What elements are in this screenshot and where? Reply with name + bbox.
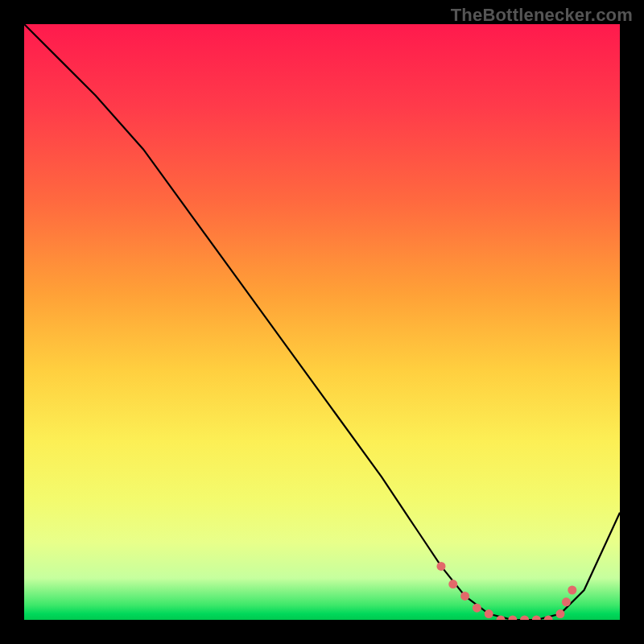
marker-dot [448, 580, 457, 588]
marker-dot [556, 609, 565, 618]
chart-frame: TheBottlenecker.com [0, 0, 644, 644]
plot-area [24, 24, 620, 620]
marker-dot [485, 609, 493, 618]
watermark-text: TheBottlenecker.com [451, 5, 633, 26]
marker-dots [437, 562, 577, 620]
bottleneck-curve [24, 24, 620, 620]
marker-dot [568, 586, 576, 595]
marker-dot [562, 597, 571, 606]
marker-dot [460, 592, 469, 601]
curve-layer [24, 24, 620, 620]
marker-dot [520, 616, 529, 621]
marker-dot [473, 604, 481, 613]
marker-dot [508, 616, 517, 621]
marker-dot [437, 562, 446, 571]
marker-dot [532, 616, 541, 621]
